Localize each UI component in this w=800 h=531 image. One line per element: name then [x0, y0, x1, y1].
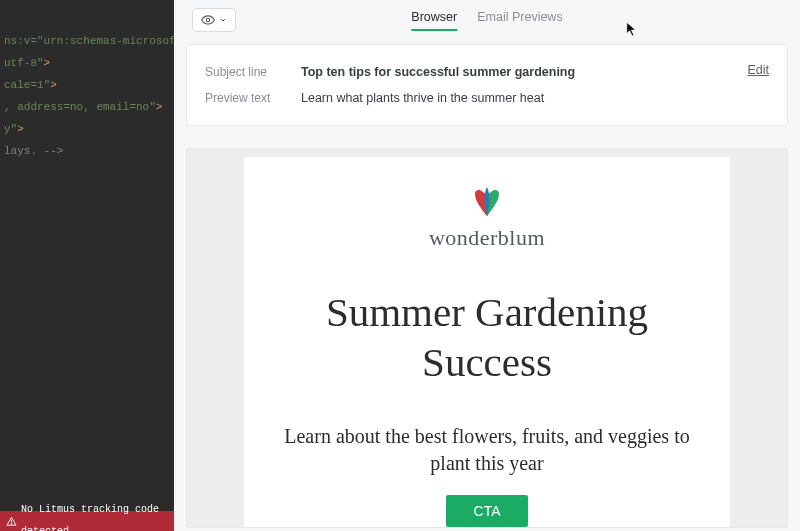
flower-icon	[460, 183, 514, 223]
tracking-alert-bar[interactable]: No Litmus tracking code detected	[0, 511, 174, 531]
code-line: y">	[0, 118, 174, 140]
preview-app: Browser Email Previews Subject line Top …	[174, 0, 800, 531]
preview-visibility-dropdown[interactable]	[192, 8, 236, 32]
brand-logo-mark	[268, 183, 706, 223]
preview-text-value: Learn what plants thrive in the summer h…	[301, 91, 544, 105]
edit-meta-link[interactable]: Edit	[747, 63, 769, 77]
mouse-cursor-icon	[626, 22, 638, 38]
email-cta-button[interactable]: CTA	[446, 495, 529, 527]
code-line: utf-8">	[0, 52, 174, 74]
subject-line-value: Top ten tips for successful summer garde…	[301, 65, 575, 79]
code-line: ns:v="urn:schemas-microsoft-	[0, 30, 174, 52]
brand-name: wonderblum	[268, 225, 706, 251]
subject-line-label: Subject line	[205, 65, 287, 79]
chevron-down-icon	[219, 16, 227, 24]
code-editor-panel[interactable]: ns:v="urn:schemas-microsoft-utf-8">cale=…	[0, 0, 174, 531]
email-hero-subtitle: Learn about the best flowers, fruits, an…	[268, 423, 706, 477]
preview-tabs: Browser Email Previews	[411, 10, 562, 30]
code-line: lays. -->	[0, 140, 174, 162]
code-lines: ns:v="urn:schemas-microsoft-utf-8">cale=…	[0, 30, 174, 162]
email-body: wonderblum Summer Gardening Success Lear…	[244, 157, 730, 527]
svg-point-1	[11, 523, 12, 524]
tracking-alert-text: No Litmus tracking code detected	[21, 499, 168, 531]
svg-point-2	[206, 18, 210, 22]
eye-icon	[201, 13, 215, 27]
email-canvas[interactable]: wonderblum Summer Gardening Success Lear…	[186, 148, 788, 528]
code-line: cale=1">	[0, 74, 174, 96]
tab-email-previews[interactable]: Email Previews	[477, 10, 562, 30]
tab-browser[interactable]: Browser	[411, 10, 457, 30]
preview-text-label: Preview text	[205, 91, 287, 105]
code-line: , address=no, email=no">	[0, 96, 174, 118]
warning-icon	[6, 516, 17, 527]
email-hero-title: Summer Gardening Success	[268, 287, 706, 387]
toolbar: Browser Email Previews	[174, 0, 800, 40]
email-meta-card: Subject line Top ten tips for successful…	[186, 44, 788, 126]
